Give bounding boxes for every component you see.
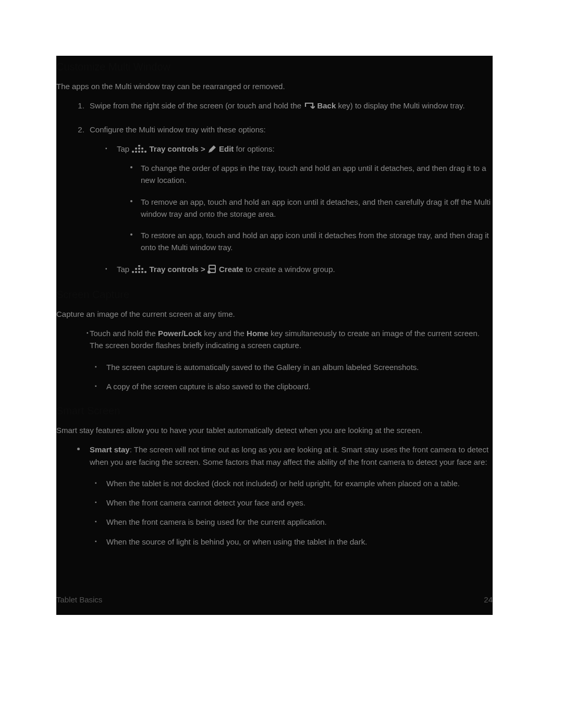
svg-point-16 — [141, 268, 143, 270]
create-rest: to create a window group. — [246, 265, 335, 274]
heading-smart-screen: Smart Screen — [56, 403, 493, 419]
smart-sub-3: When the front camera is being used for … — [95, 516, 493, 528]
svg-point-2 — [138, 151, 140, 153]
create-window-icon — [207, 265, 217, 274]
tray-option-create: Tap — [105, 263, 493, 275]
tray-option-edit: Tap — [105, 143, 493, 254]
svg-point-10 — [135, 271, 137, 273]
tray-controls-icon — [131, 265, 147, 274]
step-2-text: Configure the Multi window tray with the… — [90, 125, 266, 134]
svg-point-12 — [141, 271, 143, 273]
screen-capture-instruction: Touch and hold the Power/Lock key and th… — [87, 327, 493, 392]
svg-point-7 — [141, 147, 143, 150]
cap-a: Touch and hold the — [90, 329, 158, 338]
svg-point-5 — [135, 147, 137, 150]
step-1-text-a: Swipe from the right side of the screen … — [90, 101, 303, 110]
svg-point-17 — [138, 265, 140, 267]
customize-intro: The apps on the Multi window tray can be… — [56, 80, 493, 92]
smart-stay-sublist: When the tablet is not docked (dock not … — [90, 477, 493, 548]
smart-sub-1: When the tablet is not docked (dock not … — [95, 477, 493, 489]
svg-point-13 — [144, 271, 146, 273]
power-lock-label: Power/Lock — [158, 329, 202, 338]
step-1-back-label: Back — [317, 101, 336, 110]
svg-point-14 — [135, 268, 137, 270]
screen-capture-intro: Capture an image of the current screen a… — [56, 308, 493, 320]
cap-sub-2: A copy of the screen capture is also sav… — [95, 380, 493, 392]
page-footer: Tablet Basics 24 — [56, 557, 493, 610]
svg-point-1 — [135, 151, 137, 153]
smart-screen-list: Smart stay: The screen will not time out… — [56, 443, 493, 548]
footer-page-number: 24 — [484, 594, 493, 606]
screen-capture-sublist: The screen capture is automatically save… — [90, 361, 493, 393]
svg-point-6 — [138, 147, 140, 150]
svg-point-20 — [207, 270, 211, 274]
svg-point-9 — [132, 271, 134, 273]
heading-screen-capture: Screen Capture — [56, 287, 493, 303]
edit-pencil-icon — [207, 144, 217, 154]
edit-sublist: To change the order of apps in the tray,… — [117, 162, 493, 254]
step-1-text-b: key) to display the Multi window tray. — [338, 101, 464, 110]
customize-steps: Swipe from the right side of the screen … — [56, 100, 493, 275]
svg-point-4 — [144, 151, 146, 153]
tray-controls-label-a: Tray controls — [150, 144, 199, 153]
svg-point-11 — [138, 271, 140, 273]
home-label: Home — [247, 329, 268, 338]
edit-label: Edit — [219, 144, 234, 153]
smart-screen-intro: Smart stay features allow you to have yo… — [56, 424, 493, 436]
step-1: Swipe from the right side of the screen … — [87, 100, 493, 112]
edit-sub-1: To change the order of apps in the tray,… — [129, 162, 493, 187]
tap-text-a: Tap — [117, 144, 131, 153]
footer-section-title: Tablet Basics — [56, 594, 102, 606]
svg-point-0 — [132, 151, 134, 153]
tray-controls-icon — [131, 145, 147, 153]
cap-sub-1: The screen capture is automatically save… — [95, 361, 493, 373]
tap-text-b: Tap — [117, 265, 131, 274]
svg-point-15 — [138, 268, 140, 270]
heading-customize-multi-window: Customize Multi Window — [56, 59, 493, 75]
edit-rest: for options: — [236, 144, 275, 153]
tray-options-list: Tap — [90, 143, 493, 275]
cap-b: key and the — [204, 329, 247, 338]
edit-sub-3: To restore an app, touch and hold an app… — [129, 229, 493, 254]
gt-a: > — [201, 144, 207, 153]
tray-controls-label-b: Tray controls — [150, 265, 199, 274]
smart-sub-2: When the front camera cannot detect your… — [95, 497, 493, 509]
smart-stay-label: Smart stay — [90, 445, 130, 454]
step-2: Configure the Multi window tray with the… — [87, 124, 493, 275]
gt-b: > — [201, 265, 207, 274]
svg-point-8 — [138, 145, 140, 147]
svg-point-3 — [141, 151, 143, 153]
back-icon — [303, 102, 315, 110]
create-label: Create — [219, 265, 243, 274]
edit-sub-2: To remove an app, touch and hold an app … — [129, 196, 493, 220]
smart-stay-text: : The screen will not time out as long a… — [90, 445, 488, 466]
smart-stay-item: Smart stay: The screen will not time out… — [77, 443, 493, 548]
smart-sub-4: When the source of light is behind you, … — [95, 536, 493, 548]
